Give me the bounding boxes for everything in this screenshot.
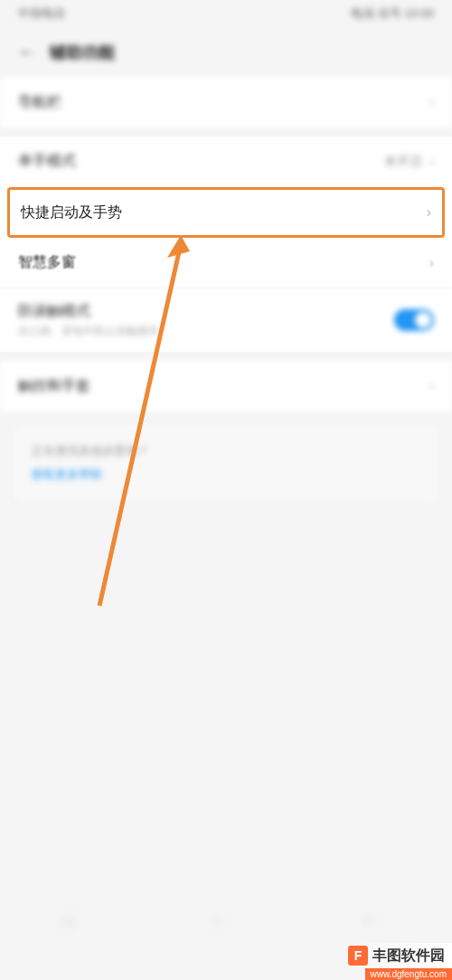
info-link[interactable]: 获取更多帮助 — [32, 466, 420, 483]
status-left: 中国电信 — [18, 5, 65, 22]
info-text: 正在查找其他设置项？ — [32, 443, 420, 459]
row-label: 单手模式 — [18, 152, 76, 171]
row-subtitle: 在口袋、背包中防止误触操作 — [18, 324, 159, 339]
row-value: 未开启 — [384, 154, 422, 170]
watermark-text: 丰图软件园 — [372, 947, 445, 966]
chevron-right-icon: › — [429, 378, 434, 394]
status-right: 电池 信号 10:00 — [351, 5, 434, 22]
chevron-right-icon: › — [427, 204, 431, 221]
watermark-logo: F — [348, 946, 368, 966]
section-gloves: 触控和手套 › — [0, 361, 452, 411]
row-onehand[interactable]: 单手模式 未开启 › — [0, 137, 452, 187]
chevron-right-icon: › — [429, 94, 434, 110]
row-label: 快捷启动及手势 — [21, 203, 122, 222]
nav-back-icon[interactable]: ◁ — [61, 912, 89, 939]
row-shortcuts-gestures[interactable]: 快捷启动及手势 › — [7, 187, 445, 238]
toggle-switch[interactable] — [394, 309, 434, 331]
page-header: ← 辅助功能 — [0, 27, 452, 77]
watermark-brand: F 丰图软件园 — [341, 943, 452, 968]
section-main: 单手模式 未开启 › 快捷启动及手势 › 智慧多窗 › 防误触模式 在口袋、背包… — [0, 137, 452, 352]
row-label: 导航栏 — [18, 93, 61, 112]
status-bar: 中国电信 电池 信号 10:00 — [0, 0, 452, 27]
row-text-group: 防误触模式 在口袋、背包中防止误触操作 — [18, 302, 159, 339]
row-right: 未开启 › — [384, 154, 434, 170]
page-title: 辅助功能 — [50, 42, 115, 63]
back-icon[interactable]: ← — [18, 42, 36, 62]
watermark-url: www.dgfengtu.com — [365, 968, 453, 980]
row-label: 防误触模式 — [18, 302, 159, 321]
row-label: 智慧多窗 — [18, 253, 76, 272]
chevron-right-icon: › — [429, 255, 434, 271]
bottom-nav: ◁ ○ □ — [0, 903, 452, 948]
section-nav: 导航栏 › — [0, 77, 452, 127]
row-label: 触控和手套 — [18, 377, 90, 396]
nav-home-icon[interactable]: ○ — [212, 912, 240, 939]
row-gloves[interactable]: 触控和手套 › — [0, 361, 452, 411]
info-box: 正在查找其他设置项？ 获取更多帮助 — [14, 425, 438, 501]
watermark: F 丰图软件园 www.dgfengtu.com — [341, 943, 452, 980]
chevron-right-icon: › — [429, 154, 434, 170]
row-multiwindow[interactable]: 智慧多窗 › — [0, 238, 452, 288]
row-gesture-mode[interactable]: 防误触模式 在口袋、背包中防止误触操作 — [0, 288, 452, 352]
nav-recent-icon[interactable]: □ — [363, 912, 391, 939]
row-navigation[interactable]: 导航栏 › — [0, 77, 452, 127]
